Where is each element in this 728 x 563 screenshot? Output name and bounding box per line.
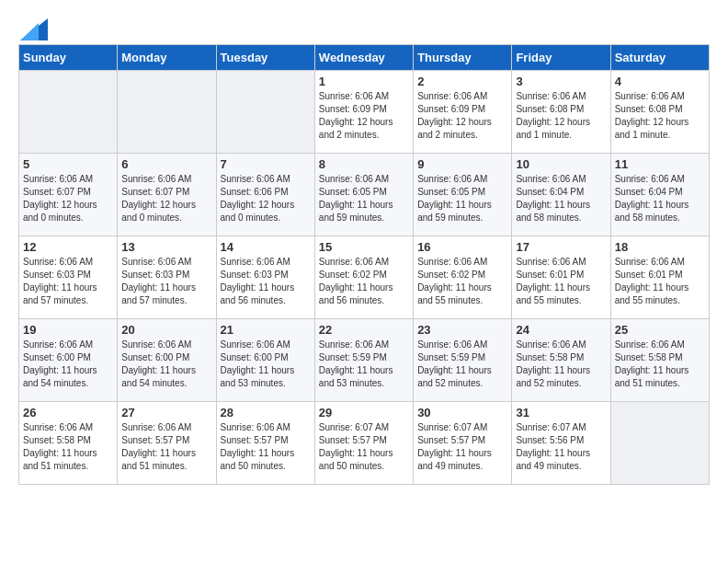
day-info: Sunrise: 6:06 AM Sunset: 6:02 PM Dayligh…	[417, 256, 507, 307]
day-number: 31	[516, 406, 606, 419]
page-header	[18, 18, 710, 35]
calendar-cell: 16Sunrise: 6:06 AM Sunset: 6:02 PM Dayli…	[414, 236, 512, 319]
day-info: Sunrise: 6:06 AM Sunset: 6:02 PM Dayligh…	[319, 256, 409, 307]
day-number: 28	[221, 406, 311, 419]
calendar-cell: 14Sunrise: 6:06 AM Sunset: 6:03 PM Dayli…	[216, 236, 314, 319]
calendar-cell	[610, 402, 709, 485]
day-info: Sunrise: 6:06 AM Sunset: 5:57 PM Dayligh…	[221, 421, 311, 473]
day-info: Sunrise: 6:06 AM Sunset: 6:09 PM Dayligh…	[417, 90, 507, 142]
calendar-cell	[118, 71, 216, 154]
calendar-cell: 10Sunrise: 6:06 AM Sunset: 6:04 PM Dayli…	[512, 154, 610, 236]
calendar-cell: 26Sunrise: 6:06 AM Sunset: 5:58 PM Dayli…	[19, 402, 118, 485]
day-info: Sunrise: 6:06 AM Sunset: 6:06 PM Dayligh…	[221, 173, 311, 224]
day-number: 13	[121, 240, 211, 254]
day-header-sunday: Sunday	[19, 45, 118, 71]
day-info: Sunrise: 6:06 AM Sunset: 6:05 PM Dayligh…	[319, 173, 409, 224]
calendar-cell: 22Sunrise: 6:06 AM Sunset: 5:59 PM Dayli…	[314, 319, 413, 402]
day-number: 5	[23, 157, 113, 171]
calendar-cell: 23Sunrise: 6:06 AM Sunset: 5:59 PM Dayli…	[414, 319, 512, 402]
calendar-cell: 9Sunrise: 6:06 AM Sunset: 6:05 PM Daylig…	[414, 154, 512, 236]
day-info: Sunrise: 6:06 AM Sunset: 6:08 PM Dayligh…	[615, 90, 705, 142]
day-number: 12	[23, 240, 113, 254]
calendar-cell: 3Sunrise: 6:06 AM Sunset: 6:08 PM Daylig…	[512, 71, 610, 154]
day-header-saturday: Saturday	[610, 45, 709, 71]
day-info: Sunrise: 6:06 AM Sunset: 6:04 PM Dayligh…	[615, 173, 705, 224]
calendar-cell: 28Sunrise: 6:06 AM Sunset: 5:57 PM Dayli…	[216, 402, 314, 485]
svg-marker-1	[20, 23, 39, 40]
day-number: 9	[417, 157, 507, 171]
calendar-cell: 29Sunrise: 6:07 AM Sunset: 5:57 PM Dayli…	[314, 402, 413, 485]
day-info: Sunrise: 6:06 AM Sunset: 6:00 PM Dayligh…	[221, 339, 311, 390]
day-number: 6	[121, 157, 211, 171]
day-info: Sunrise: 6:07 AM Sunset: 5:56 PM Dayligh…	[516, 421, 606, 473]
day-info: Sunrise: 6:06 AM Sunset: 6:09 PM Dayligh…	[319, 90, 409, 142]
day-info: Sunrise: 6:06 AM Sunset: 5:58 PM Dayligh…	[615, 339, 705, 390]
calendar-cell: 19Sunrise: 6:06 AM Sunset: 6:00 PM Dayli…	[19, 319, 118, 402]
calendar-cell: 2Sunrise: 6:06 AM Sunset: 6:09 PM Daylig…	[414, 71, 512, 154]
day-header-tuesday: Tuesday	[216, 45, 314, 71]
day-number: 23	[417, 323, 507, 337]
day-info: Sunrise: 6:06 AM Sunset: 6:03 PM Dayligh…	[23, 256, 113, 307]
day-info: Sunrise: 6:06 AM Sunset: 5:58 PM Dayligh…	[516, 339, 606, 390]
day-number: 24	[516, 323, 606, 337]
calendar-cell: 18Sunrise: 6:06 AM Sunset: 6:01 PM Dayli…	[610, 236, 709, 319]
calendar-cell: 31Sunrise: 6:07 AM Sunset: 5:56 PM Dayli…	[512, 402, 610, 485]
day-info: Sunrise: 6:06 AM Sunset: 5:58 PM Dayligh…	[23, 421, 113, 473]
day-info: Sunrise: 6:07 AM Sunset: 5:57 PM Dayligh…	[319, 421, 409, 473]
day-info: Sunrise: 6:07 AM Sunset: 5:57 PM Dayligh…	[417, 421, 507, 473]
calendar-cell: 4Sunrise: 6:06 AM Sunset: 6:08 PM Daylig…	[610, 71, 709, 154]
calendar-cell: 12Sunrise: 6:06 AM Sunset: 6:03 PM Dayli…	[19, 236, 118, 319]
day-number: 11	[615, 157, 705, 171]
day-number: 1	[319, 75, 409, 88]
day-header-thursday: Thursday	[414, 45, 512, 71]
calendar-table: SundayMondayTuesdayWednesdayThursdayFrid…	[18, 44, 710, 485]
day-number: 30	[417, 406, 507, 419]
day-number: 17	[516, 240, 606, 254]
calendar-cell: 15Sunrise: 6:06 AM Sunset: 6:02 PM Dayli…	[314, 236, 413, 319]
calendar-cell: 5Sunrise: 6:06 AM Sunset: 6:07 PM Daylig…	[19, 154, 118, 236]
day-info: Sunrise: 6:06 AM Sunset: 6:08 PM Dayligh…	[516, 90, 606, 142]
day-info: Sunrise: 6:06 AM Sunset: 6:01 PM Dayligh…	[516, 256, 606, 307]
day-number: 4	[615, 75, 705, 88]
calendar-cell: 11Sunrise: 6:06 AM Sunset: 6:04 PM Dayli…	[610, 154, 709, 236]
calendar-cell: 27Sunrise: 6:06 AM Sunset: 5:57 PM Dayli…	[118, 402, 216, 485]
calendar-cell: 7Sunrise: 6:06 AM Sunset: 6:06 PM Daylig…	[216, 154, 314, 236]
day-info: Sunrise: 6:06 AM Sunset: 6:00 PM Dayligh…	[121, 339, 211, 390]
day-info: Sunrise: 6:06 AM Sunset: 5:59 PM Dayligh…	[417, 339, 507, 390]
day-number: 26	[23, 406, 113, 419]
logo-icon	[20, 18, 48, 40]
day-info: Sunrise: 6:06 AM Sunset: 6:04 PM Dayligh…	[516, 173, 606, 224]
day-number: 16	[417, 240, 507, 254]
day-info: Sunrise: 6:06 AM Sunset: 5:57 PM Dayligh…	[121, 421, 211, 473]
day-number: 18	[615, 240, 705, 254]
day-header-wednesday: Wednesday	[314, 45, 413, 71]
day-header-monday: Monday	[118, 45, 216, 71]
day-number: 25	[615, 323, 705, 337]
day-number: 15	[319, 240, 409, 254]
day-number: 8	[319, 157, 409, 171]
day-info: Sunrise: 6:06 AM Sunset: 6:01 PM Dayligh…	[615, 256, 705, 307]
day-number: 21	[221, 323, 311, 337]
calendar-cell	[216, 71, 314, 154]
day-number: 10	[516, 157, 606, 171]
day-number: 14	[221, 240, 311, 254]
day-number: 19	[23, 323, 113, 337]
day-info: Sunrise: 6:06 AM Sunset: 6:03 PM Dayligh…	[221, 256, 311, 307]
day-info: Sunrise: 6:06 AM Sunset: 5:59 PM Dayligh…	[319, 339, 409, 390]
day-info: Sunrise: 6:06 AM Sunset: 6:05 PM Dayligh…	[417, 173, 507, 224]
day-number: 2	[417, 75, 507, 88]
day-info: Sunrise: 6:06 AM Sunset: 6:03 PM Dayligh…	[121, 256, 211, 307]
calendar-cell	[19, 71, 118, 154]
day-number: 27	[121, 406, 211, 419]
day-info: Sunrise: 6:06 AM Sunset: 6:07 PM Dayligh…	[121, 173, 211, 224]
day-number: 7	[221, 157, 311, 171]
calendar-cell: 21Sunrise: 6:06 AM Sunset: 6:00 PM Dayli…	[216, 319, 314, 402]
calendar-cell: 8Sunrise: 6:06 AM Sunset: 6:05 PM Daylig…	[314, 154, 413, 236]
calendar-cell: 6Sunrise: 6:06 AM Sunset: 6:07 PM Daylig…	[118, 154, 216, 236]
calendar-cell: 1Sunrise: 6:06 AM Sunset: 6:09 PM Daylig…	[314, 71, 413, 154]
calendar-cell: 30Sunrise: 6:07 AM Sunset: 5:57 PM Dayli…	[414, 402, 512, 485]
calendar-cell: 24Sunrise: 6:06 AM Sunset: 5:58 PM Dayli…	[512, 319, 610, 402]
calendar-cell: 13Sunrise: 6:06 AM Sunset: 6:03 PM Dayli…	[118, 236, 216, 319]
day-number: 22	[319, 323, 409, 337]
calendar-cell: 17Sunrise: 6:06 AM Sunset: 6:01 PM Dayli…	[512, 236, 610, 319]
